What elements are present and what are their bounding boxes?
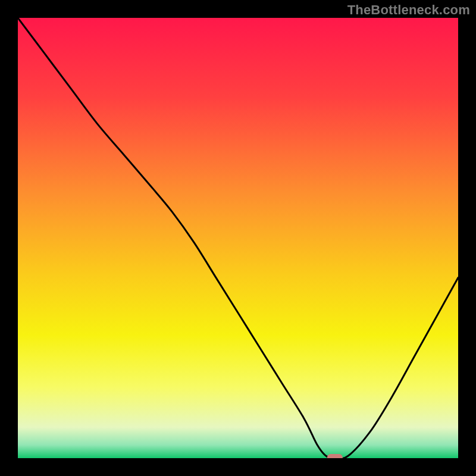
bottleneck-chart	[18, 18, 458, 458]
chart-frame: TheBottleneck.com	[0, 0, 476, 476]
watermark-text: TheBottleneck.com	[347, 2, 470, 18]
chart-marker	[327, 454, 343, 458]
chart-background	[18, 18, 458, 458]
